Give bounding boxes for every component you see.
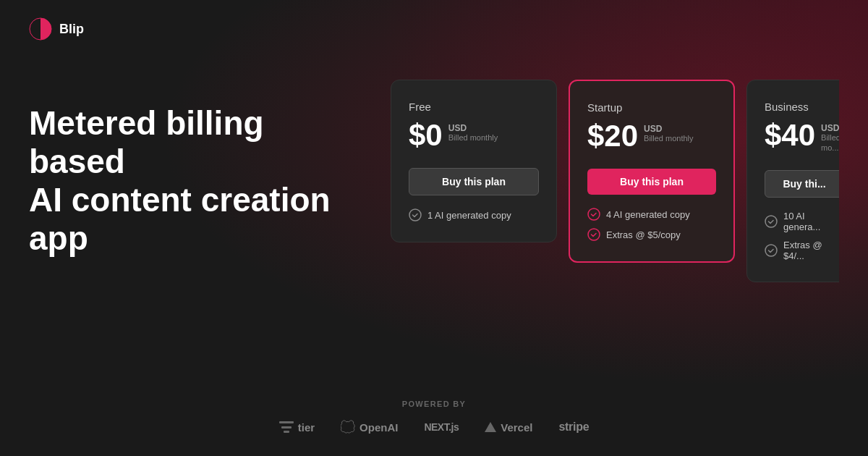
free-feature-0: 1 AI generated copy xyxy=(409,208,539,221)
check-icon xyxy=(409,208,422,221)
tier-label: tier xyxy=(298,421,315,434)
tier-logo: tier xyxy=(279,421,315,434)
startup-feature-1: Extras @ $5/copy xyxy=(587,228,716,241)
check-icon-business-0 xyxy=(765,215,778,228)
business-feature-list: 10 AI genera... Extras @ $4/... xyxy=(765,211,839,261)
vercel-logo: Vercel xyxy=(485,421,532,434)
tier-icon xyxy=(279,421,294,433)
business-plan-name: Business xyxy=(765,101,839,113)
free-price-amount: $0 xyxy=(409,120,443,151)
pricing-cards-container: Free $0 USD Billed monthly Buy this plan… xyxy=(391,80,839,282)
svg-point-5 xyxy=(765,216,777,227)
check-icon-business-1 xyxy=(765,244,778,257)
svg-point-2 xyxy=(409,209,421,221)
nextjs-logo: NEXT.js xyxy=(424,421,459,433)
business-feature-1: Extras @ $4/... xyxy=(765,240,839,261)
pricing-card-business: Business $40 USD Billed mo... Buy thi...… xyxy=(746,80,839,282)
hero-title: Metered billing based AI content creatio… xyxy=(29,104,347,258)
startup-buy-button[interactable]: Buy this plan xyxy=(587,169,716,195)
vercel-label: Vercel xyxy=(501,421,532,434)
svg-point-3 xyxy=(588,208,600,220)
hero-section: Metered billing based AI content creatio… xyxy=(29,104,347,258)
powered-by-logos: tier OpenAI NEXT.js Vercel stripe xyxy=(279,420,590,434)
business-price-meta: USD Billed mo... xyxy=(821,120,839,153)
free-price-meta: USD Billed monthly xyxy=(448,120,498,143)
openai-logo: OpenAI xyxy=(341,420,398,434)
startup-feature-0: 4 AI generated copy xyxy=(587,208,716,221)
logo-text: Blip xyxy=(59,22,84,37)
free-feature-list: 1 AI generated copy xyxy=(409,208,539,221)
svg-rect-7 xyxy=(279,421,294,423)
startup-feature-list: 4 AI generated copy Extras @ $5/copy xyxy=(587,208,716,241)
nextjs-label: NEXT.js xyxy=(424,421,459,433)
check-icon-startup-1 xyxy=(587,228,600,241)
business-price-row: $40 USD Billed mo... xyxy=(765,120,839,153)
business-feature-0: 10 AI genera... xyxy=(765,211,839,232)
free-buy-button[interactable]: Buy this plan xyxy=(409,168,539,195)
business-buy-button[interactable]: Buy thi... xyxy=(765,170,839,198)
svg-rect-8 xyxy=(281,426,292,428)
vercel-icon xyxy=(485,422,496,432)
free-price-row: $0 USD Billed monthly xyxy=(409,120,539,151)
svg-point-4 xyxy=(588,229,600,240)
footer: POWERED BY tier OpenAI NEXT.js xyxy=(0,378,868,456)
stripe-logo: stripe xyxy=(558,421,589,434)
business-price-amount: $40 xyxy=(765,120,815,151)
free-currency: USD xyxy=(448,123,498,133)
blip-logo-icon xyxy=(29,17,52,41)
business-currency: USD xyxy=(821,123,839,133)
pricing-card-free: Free $0 USD Billed monthly Buy this plan… xyxy=(391,80,557,242)
free-period: Billed monthly xyxy=(448,133,498,143)
check-icon-startup-0 xyxy=(587,208,600,221)
main-content: Metered billing based AI content creatio… xyxy=(0,80,868,282)
openai-icon xyxy=(341,420,355,434)
openai-label: OpenAI xyxy=(359,421,398,434)
startup-period: Billed monthly xyxy=(644,134,693,143)
stripe-label: stripe xyxy=(558,421,589,434)
startup-price-row: $20 USD Billed monthly xyxy=(587,121,716,151)
svg-point-6 xyxy=(765,245,777,256)
pricing-card-startup: Startup $20 USD Billed monthly Buy this … xyxy=(569,80,735,263)
startup-price-meta: USD Billed monthly xyxy=(644,121,693,144)
startup-currency: USD xyxy=(644,124,693,134)
app-header: Blip xyxy=(0,0,868,58)
startup-price-amount: $20 xyxy=(587,121,638,151)
startup-plan-name: Startup xyxy=(587,101,716,114)
free-plan-name: Free xyxy=(409,101,539,113)
svg-rect-9 xyxy=(284,431,289,433)
business-period: Billed mo... xyxy=(821,133,839,152)
powered-by-label: POWERED BY xyxy=(402,400,466,408)
